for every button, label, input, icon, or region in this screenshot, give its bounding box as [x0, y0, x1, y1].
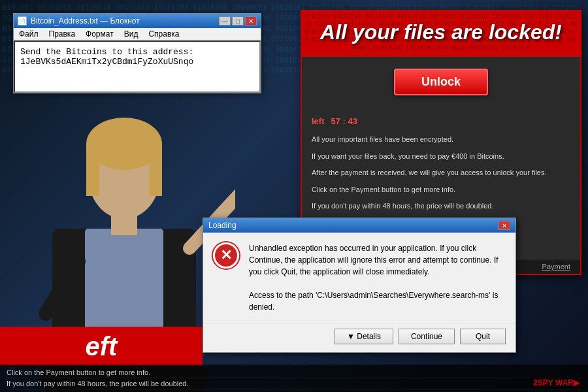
error-continue-btn[interactable]: Continue — [399, 329, 455, 344]
ransomware-para4: Click on the Payment button to get more … — [312, 184, 570, 196]
error-icon-circle: ✕ — [213, 242, 239, 269]
notepad-window-controls: — □ ✕ — [219, 16, 257, 25]
error-msg-line3: you click Quit, the application will clo… — [249, 266, 498, 278]
ransomware-header: 0101001 00101000 00110010 00101010 10100… — [302, 11, 580, 57]
error-text: Unhandled exception has occurred in your… — [249, 242, 498, 313]
eft-label: eft — [86, 332, 118, 361]
error-dialog: Loading ✕ ✕ Unhandled exception has occu… — [203, 218, 516, 353]
error-icon: ✕ — [213, 242, 239, 269]
notepad-app-icon: 📄 — [18, 16, 27, 25]
error-details-btn[interactable]: ▼ Details — [335, 329, 393, 344]
error-msg-line1: Unhandled exception has occurred in your… — [249, 242, 498, 254]
timer-label: left — [312, 115, 325, 129]
timer-value: 57 : 43 — [331, 115, 357, 129]
error-dialog-titlebar: Loading ✕ — [203, 218, 515, 233]
notepad-line2: 1JeBVKs5dAEKmiTx2yCBdmiFyZoXuUSnqo — [20, 57, 254, 67]
error-quit-btn[interactable]: Quit — [460, 329, 506, 344]
notepad-titlebar: 📄 Bitcoin_Address.txt — Блокнот — □ ✕ — [14, 14, 261, 28]
error-msg-line6: denied. — [249, 301, 498, 313]
left-bottom-red-bar: eft — [0, 327, 203, 366]
notepad-menu-format[interactable]: Формат — [80, 28, 119, 40]
error-msg-line2: Continue, the application will ignore th… — [249, 254, 498, 266]
ransomware-warning1: If you don't pay within 48 hours, the pr… — [312, 201, 570, 212]
error-dialog-title: Loading — [208, 221, 237, 230]
notepad-menu-edit[interactable]: Правка — [44, 28, 81, 40]
notepad-line1: Send the Bitcoins to this address: — [20, 47, 254, 57]
bottom-overlay: Click on the Payment button to get more … — [0, 365, 588, 392]
svg-rect-6 — [86, 144, 99, 196]
notepad-window: 📄 Bitcoin_Address.txt — Блокнот — □ ✕ Фа… — [13, 13, 261, 93]
notepad-menu-help[interactable]: Справка — [143, 28, 184, 40]
ransomware-para2: If you want your files back, you need to… — [312, 151, 570, 163]
ransomware-para1: All your important files have been encry… — [312, 134, 570, 146]
notepad-maximize-btn[interactable]: □ — [232, 16, 244, 25]
bottom-line1: Click on the Payment button to get more … — [7, 367, 581, 378]
notepad-minimize-btn[interactable]: — — [219, 16, 231, 25]
footer-payment-link[interactable]: Payment — [542, 263, 570, 270]
notepad-content[interactable]: Send the Bitcoins to this address: 1JeBV… — [14, 41, 261, 93]
notepad-menu-view[interactable]: Вид — [119, 28, 144, 40]
notepad-title: Bitcoin_Address.txt — Блокнот — [31, 16, 140, 25]
notepad-menubar: Файл Правка Формат Вид Справка — [14, 28, 261, 41]
ransomware-para3: After the payment is received, we will g… — [312, 167, 570, 179]
error-dialog-body: ✕ Unhandled exception has occurred in yo… — [203, 233, 515, 323]
notepad-menu-file[interactable]: Файл — [14, 28, 44, 40]
error-msg-line5: Access to the path 'C:\Users\admin\Searc… — [249, 289, 498, 301]
bottom-line2: If you don't pay within 48 hours, the pr… — [7, 378, 581, 389]
unlock-button[interactable]: Unlock — [394, 69, 488, 95]
ransomware-unlock-area: Unlock — [302, 57, 580, 107]
ransomware-title: All your files are locked! — [315, 21, 567, 44]
error-buttons: ▼ Details Continue Quit — [203, 323, 515, 352]
watermark: 2SPY WAR▶ — [530, 377, 583, 389]
error-dialog-close-btn[interactable]: ✕ — [498, 221, 510, 230]
svg-rect-7 — [149, 144, 162, 196]
notepad-close-btn[interactable]: ✕ — [245, 16, 257, 25]
ransomware-timer-row: left 57 : 43 — [312, 115, 570, 129]
